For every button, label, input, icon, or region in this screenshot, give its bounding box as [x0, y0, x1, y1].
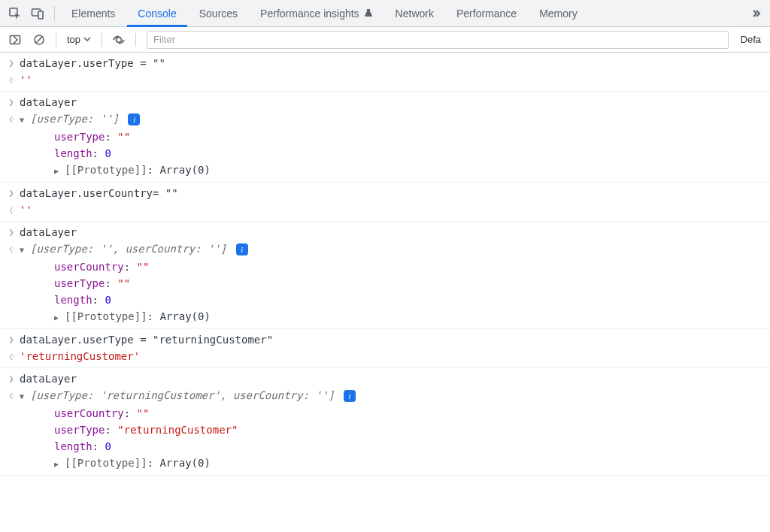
console-line[interactable]: '': [3, 71, 770, 89]
tab-sources[interactable]: Sources: [189, 0, 248, 27]
code-text: [[Prototype]]: Array(0): [54, 309, 211, 325]
console-output[interactable]: dataLayer.userType = ""''dataLayer[userT…: [0, 53, 770, 476]
chevron-down-icon: [83, 34, 91, 45]
code-text: '': [20, 202, 32, 217]
code-text: '': [20, 72, 32, 87]
svg-point-5: [117, 37, 122, 42]
tab-performance[interactable]: Performance: [446, 0, 527, 27]
code-text: userCountry: "": [54, 406, 149, 421]
console-line[interactable]: userType: "": [3, 128, 770, 145]
info-badge-icon[interactable]: i: [344, 390, 356, 402]
console-line[interactable]: [userType: 'returningCustomer', userCoun…: [3, 387, 770, 405]
device-toggle-icon[interactable]: [27, 3, 48, 24]
console-line[interactable]: length: 0: [3, 145, 770, 162]
log-levels-select[interactable]: Defa: [736, 34, 765, 45]
clear-console-icon[interactable]: [29, 29, 50, 50]
divider: [102, 33, 102, 47]
console-line[interactable]: length: 0: [3, 292, 770, 308]
code-text: [[Prototype]]: Array(0): [54, 455, 211, 472]
tab-label: Performance insights: [260, 8, 359, 20]
disclosure-right-icon[interactable]: [54, 457, 63, 472]
console-line[interactable]: length: 0: [3, 438, 770, 455]
svg-rect-2: [38, 11, 43, 19]
tab-network[interactable]: Network: [385, 0, 444, 27]
console-entry: dataLayer[userType: 'returningCustomer',…: [0, 368, 770, 476]
code-text: [[Prototype]]: Array(0): [54, 162, 211, 179]
console-entry: dataLayer[userType: '', userCountry: '']…: [0, 222, 770, 329]
console-line[interactable]: [[Prototype]]: Array(0): [3, 162, 770, 180]
inspect-icon[interactable]: [5, 3, 26, 24]
disclosure-down-icon[interactable]: [20, 113, 29, 128]
disclosure-down-icon[interactable]: [20, 243, 29, 258]
code-text: userType: "": [54, 276, 130, 291]
console-entry: dataLayer[userType: ''] iuserType: ""len…: [0, 92, 770, 183]
context-label: top: [67, 34, 80, 45]
output-marker-icon: [3, 349, 20, 364]
info-badge-icon[interactable]: i: [128, 113, 140, 125]
output-marker-icon: [3, 72, 20, 88]
output-marker-icon: [3, 202, 20, 218]
code-text: 'returningCustomer': [20, 349, 140, 364]
disclosure-down-icon[interactable]: [20, 389, 29, 404]
code-text: dataLayer: [20, 225, 77, 240]
console-line[interactable]: 'returningCustomer': [3, 348, 770, 365]
code-text: [userType: 'returningCustomer', userCoun…: [20, 388, 356, 404]
disclosure-right-icon[interactable]: [54, 310, 63, 325]
console-line[interactable]: dataLayer.userType = "returningCustomer": [3, 331, 770, 348]
more-tabs-icon[interactable]: [744, 3, 765, 24]
console-line[interactable]: dataLayer.userType = "": [3, 55, 770, 71]
console-line[interactable]: userCountry: "": [3, 405, 770, 422]
input-marker-icon: [3, 56, 20, 71]
code-text: length: 0: [54, 439, 111, 454]
input-marker-icon: [3, 371, 20, 386]
console-line[interactable]: dataLayer: [3, 370, 770, 387]
code-text: dataLayer.userCountry= "": [20, 186, 178, 201]
console-line[interactable]: [[Prototype]]: Array(0): [3, 455, 770, 473]
code-text: length: 0: [54, 146, 111, 161]
output-marker-icon: [3, 241, 20, 257]
tab-memory[interactable]: Memory: [529, 0, 588, 27]
code-text: dataLayer.userType = "returningCustomer": [20, 332, 273, 347]
code-text: userType: "": [54, 129, 130, 144]
info-badge-icon[interactable]: i: [236, 243, 248, 255]
tab-elements[interactable]: Elements: [61, 0, 126, 27]
input-marker-icon: [3, 225, 20, 240]
divider: [56, 33, 56, 47]
filter-input[interactable]: [147, 31, 728, 49]
console-line[interactable]: userCountry: "": [3, 258, 770, 275]
code-text: userCountry: "": [54, 259, 149, 274]
toggle-sidebar-icon[interactable]: [5, 29, 26, 50]
console-line[interactable]: dataLayer: [3, 224, 770, 240]
live-expression-icon[interactable]: [108, 29, 129, 50]
tab-console[interactable]: Console: [127, 0, 186, 27]
input-marker-icon: [3, 332, 20, 347]
devtools-tabbar: Elements Console Sources Performance ins…: [0, 0, 770, 27]
code-text: dataLayer: [20, 371, 77, 386]
console-line[interactable]: userType: "": [3, 275, 770, 292]
console-entry: dataLayer.userCountry= ""'': [0, 183, 770, 222]
code-text: dataLayer.userType = "": [20, 56, 165, 71]
console-entry: dataLayer.userType = "returningCustomer"…: [0, 329, 770, 368]
code-text: [userType: ''] i: [20, 111, 140, 128]
console-line[interactable]: [[Prototype]]: Array(0): [3, 308, 770, 326]
console-line[interactable]: [userType: ''] i: [3, 110, 770, 128]
output-marker-icon: [3, 388, 20, 404]
divider: [54, 6, 55, 21]
output-marker-icon: [3, 111, 20, 127]
tab-performance-insights[interactable]: Performance insights: [250, 0, 383, 27]
console-line[interactable]: '': [3, 201, 770, 219]
code-text: [userType: '', userCountry: ''] i: [20, 241, 248, 258]
code-text: dataLayer: [20, 95, 77, 110]
flask-icon: [364, 8, 373, 20]
divider: [135, 33, 136, 47]
code-text: length: 0: [54, 292, 111, 307]
console-line[interactable]: [userType: '', userCountry: ''] i: [3, 240, 770, 258]
console-line[interactable]: dataLayer: [3, 94, 770, 110]
execution-context-select[interactable]: top: [62, 34, 95, 45]
input-marker-icon: [3, 95, 20, 110]
input-marker-icon: [3, 186, 20, 201]
console-line[interactable]: dataLayer.userCountry= "": [3, 185, 770, 201]
console-toolbar: top Defa: [0, 27, 770, 53]
disclosure-right-icon[interactable]: [54, 164, 63, 179]
console-line[interactable]: userType: "returningCustomer": [3, 422, 770, 438]
